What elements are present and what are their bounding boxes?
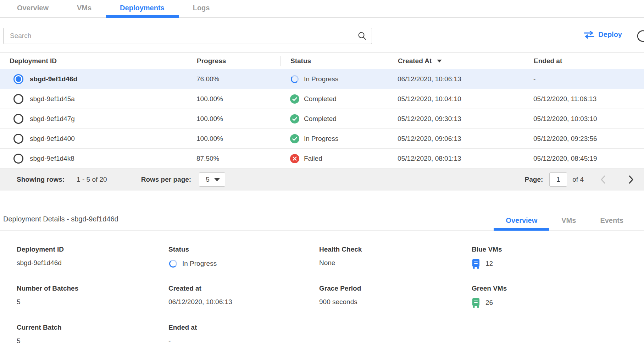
- detail-field: Created at 06/12/2020, 10:06:13: [168, 285, 319, 307]
- table-row[interactable]: sbgd-9ef1d47g 100.00% Completed 05: [0, 109, 644, 129]
- showing-rows-value: 1 - 5 of 20: [77, 176, 107, 183]
- table-row[interactable]: sbgd-9ef1d45a 100.00% Completed 05: [0, 89, 644, 109]
- progress-cell: 100.00%: [187, 135, 281, 143]
- tab-vms[interactable]: VMs: [63, 0, 106, 17]
- progress-cell: 100.00%: [187, 95, 281, 103]
- details-tab-vms[interactable]: VMs: [549, 212, 588, 230]
- column-header-created-at-label: Created At: [398, 57, 432, 65]
- detail-field: Blue VMs 12: [472, 246, 644, 268]
- column-header-ended-at[interactable]: Ended at: [524, 56, 644, 66]
- status-cell: Failed: [281, 154, 388, 163]
- ended-at-cell: 05/12/2020, 09:23:56: [524, 135, 644, 143]
- failed-cross-icon: [290, 154, 299, 163]
- deployment-id-cell: sbgd-9ef1d400: [30, 135, 75, 143]
- status-cell: In Progress: [281, 134, 388, 143]
- ended-at-cell: -: [524, 75, 644, 83]
- detail-field-label: Blue VMs: [472, 246, 644, 253]
- table-row[interactable]: sbgd-9ef1d400 100.00% In Progress: [0, 129, 644, 149]
- detail-field-label: Grace Period: [319, 285, 472, 292]
- status-label: Completed: [304, 115, 337, 123]
- search-box: [3, 28, 372, 44]
- completed-check-icon: [290, 134, 299, 143]
- detail-field-label: Current Batch: [17, 324, 168, 331]
- detail-field-label: Created at: [168, 285, 319, 292]
- showing-rows-label: Showing rows:: [17, 176, 65, 183]
- page-input[interactable]: [549, 172, 567, 187]
- detail-field: Status In Progress: [168, 246, 319, 268]
- deployment-id-cell: sbgd-9ef1d4k8: [30, 155, 74, 163]
- ended-at-cell: 05/12/2020, 11:06:13: [524, 95, 644, 103]
- detail-field-value: sbgd-9ef1d46d: [17, 259, 62, 267]
- refresh-icon[interactable]: [637, 29, 644, 44]
- row-radio[interactable]: [13, 114, 23, 124]
- tab-overview[interactable]: Overview: [3, 0, 63, 17]
- table-body: sbgd-9ef1d46d 76.00% In Progress 0: [0, 69, 644, 169]
- page-label: Page:: [525, 176, 543, 183]
- detail-field: Current Batch 5: [17, 324, 168, 345]
- table-footer: Showing rows: 1 - 5 of 20 Rows per page:…: [0, 169, 644, 191]
- rows-per-page-value: 5: [206, 176, 210, 183]
- details-tab-events[interactable]: Events: [588, 212, 635, 230]
- detail-field: Health Check None: [319, 246, 472, 268]
- column-header-status[interactable]: Status: [281, 56, 388, 66]
- table-row[interactable]: sbgd-9ef1d46d 76.00% In Progress 0: [0, 69, 644, 89]
- tab-logs[interactable]: Logs: [179, 0, 224, 17]
- next-page-button[interactable]: [627, 174, 635, 186]
- chevron-down-icon: [214, 178, 220, 181]
- row-radio[interactable]: [13, 94, 23, 104]
- status-label: In Progress: [304, 75, 338, 83]
- row-radio[interactable]: [13, 154, 23, 164]
- deployment-id-cell: sbgd-9ef1d45a: [30, 95, 75, 103]
- status-label: Failed: [304, 155, 322, 163]
- created-at-cell: 06/12/2020, 10:06:13: [388, 75, 524, 83]
- detail-field-label: Ended at: [168, 324, 319, 331]
- deploy-button-label: Deploy: [598, 31, 622, 39]
- details-header: Deployment Details - sbgd-9ef1d46d Overv…: [0, 191, 644, 231]
- previous-page-button[interactable]: [599, 174, 607, 186]
- row-radio[interactable]: [13, 74, 23, 84]
- status-label: Completed: [304, 95, 337, 103]
- created-at-cell: 05/12/2020, 10:04:10: [388, 95, 524, 103]
- detail-field-value: None: [319, 259, 335, 267]
- details-tab-overview[interactable]: Overview: [494, 212, 549, 230]
- detail-field: Grace Period 900 seconds: [319, 285, 472, 307]
- completed-check-icon: [290, 94, 299, 104]
- search-icon[interactable]: [357, 31, 367, 40]
- details-tab-bar: Overview VMs Events: [494, 212, 644, 230]
- created-at-cell: 05/12/2020, 09:06:13: [388, 135, 524, 143]
- created-at-cell: 05/12/2020, 08:01:13: [388, 155, 524, 163]
- search-input[interactable]: [4, 32, 357, 40]
- chevron-left-icon: [600, 175, 606, 184]
- detail-field-label: Number of Batches: [17, 285, 168, 292]
- column-header-deployment-id[interactable]: Deployment ID: [0, 56, 187, 66]
- column-header-created-at[interactable]: Created At: [388, 56, 524, 66]
- detail-field-value: 06/12/2020, 10:06:13: [168, 298, 232, 306]
- detail-field: Deployment ID sbgd-9ef1d46d: [17, 246, 168, 268]
- detail-field-value: 5: [17, 337, 21, 345]
- table-row[interactable]: sbgd-9ef1d4k8 87.50% Failed 05/12/: [0, 149, 644, 169]
- pager: Page: of 4: [525, 172, 635, 187]
- top-tab-bar: Overview VMs Deployments Logs: [0, 0, 644, 18]
- in-progress-spinner-icon: [290, 75, 299, 84]
- deploy-button[interactable]: Deploy: [584, 31, 622, 39]
- chevron-right-icon: [628, 175, 634, 184]
- column-header-progress[interactable]: Progress: [187, 56, 281, 66]
- in-progress-spinner-icon: [168, 259, 178, 268]
- sort-descending-icon: [437, 60, 442, 62]
- status-label: In Progress: [304, 135, 338, 143]
- status-cell: In Progress: [281, 75, 388, 84]
- detail-field-value: 12: [485, 260, 493, 268]
- completed-check-icon: [290, 114, 299, 123]
- detail-field-label: Health Check: [319, 246, 472, 253]
- ended-at-cell: 05/12/2020, 08:45:19: [524, 155, 644, 163]
- progress-cell: 100.00%: [187, 115, 281, 123]
- rows-per-page-select[interactable]: 5: [199, 172, 225, 187]
- detail-field-value: 5: [17, 298, 21, 306]
- detail-field-value: In Progress: [182, 260, 217, 268]
- page-total-label: of 4: [572, 176, 584, 183]
- detail-field: Number of Batches 5: [17, 285, 168, 307]
- tab-deployments[interactable]: Deployments: [106, 0, 179, 17]
- row-radio[interactable]: [13, 134, 23, 144]
- status-cell: Completed: [281, 94, 388, 104]
- detail-field: Ended at -: [168, 324, 319, 345]
